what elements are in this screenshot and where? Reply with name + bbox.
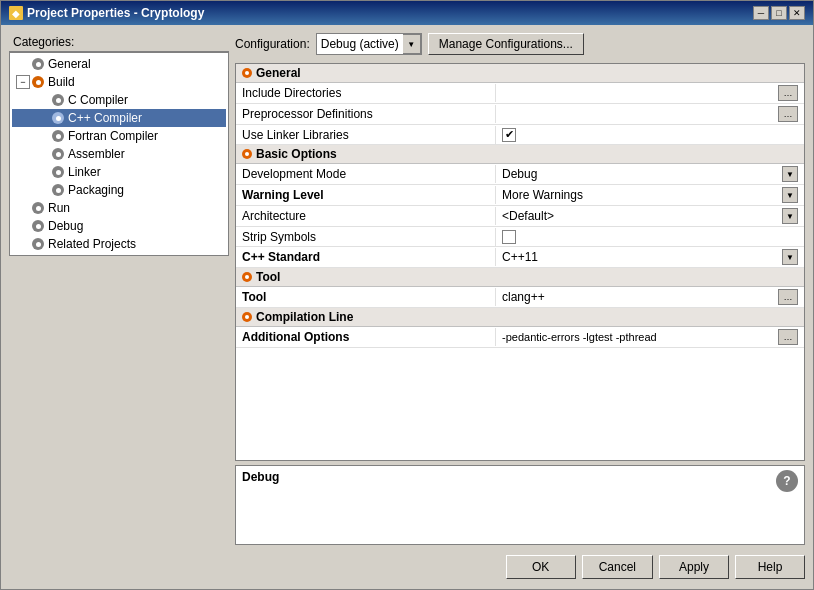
config-select-wrapper: Debug (active) ▼ bbox=[316, 33, 422, 55]
linker-icon bbox=[52, 166, 64, 178]
dialog-content: Categories: General − Buil bbox=[1, 25, 813, 589]
title-bar: ◆ Project Properties - Cryptology ─ □ ✕ bbox=[1, 1, 813, 25]
info-label: Debug bbox=[242, 470, 770, 484]
chevron-down-icon: ▼ bbox=[786, 170, 794, 179]
sidebar-item-general[interactable]: General bbox=[12, 55, 226, 73]
sidebar-item-linker[interactable]: Linker bbox=[12, 163, 226, 181]
table-row: Strip Symbols bbox=[236, 227, 804, 247]
app-icon: ◆ bbox=[9, 6, 23, 20]
right-panel: Configuration: Debug (active) ▼ Manage C… bbox=[235, 33, 805, 545]
dialog-title: Project Properties - Cryptology bbox=[27, 6, 204, 20]
chevron-down-icon: ▼ bbox=[786, 253, 794, 262]
info-panel: Debug ? bbox=[235, 465, 805, 545]
build-icon bbox=[32, 76, 44, 88]
include-directories-browse-button[interactable]: … bbox=[778, 85, 798, 101]
section-general-icon bbox=[242, 68, 252, 78]
run-icon bbox=[32, 202, 44, 214]
main-area: Categories: General − Buil bbox=[9, 33, 805, 545]
table-row: Use Linker Libraries ✔ bbox=[236, 125, 804, 145]
close-button[interactable]: ✕ bbox=[789, 6, 805, 20]
table-row: Tool clang++ … bbox=[236, 287, 804, 308]
sidebar-item-packaging[interactable]: Packaging bbox=[12, 181, 226, 199]
chevron-down-icon: ▼ bbox=[786, 212, 794, 221]
section-compilation-line-icon bbox=[242, 312, 252, 322]
config-row: Configuration: Debug (active) ▼ Manage C… bbox=[235, 33, 805, 55]
sidebar-item-build[interactable]: − Build bbox=[12, 73, 226, 91]
table-row: Architecture <Default> ▼ bbox=[236, 206, 804, 227]
development-mode-dropdown-button[interactable]: ▼ bbox=[782, 166, 798, 182]
title-bar-left: ◆ Project Properties - Cryptology bbox=[9, 6, 204, 20]
info-help-button[interactable]: ? bbox=[776, 470, 798, 492]
minimize-button[interactable]: ─ bbox=[753, 6, 769, 20]
window-controls: ─ □ ✕ bbox=[753, 6, 805, 20]
ok-button[interactable]: OK bbox=[506, 555, 576, 579]
config-select-value: Debug (active) bbox=[317, 35, 403, 53]
table-row: Include Directories … bbox=[236, 83, 804, 104]
table-row: Warning Level More Warnings ▼ bbox=[236, 185, 804, 206]
section-tool-icon bbox=[242, 272, 252, 282]
warning-level-dropdown-button[interactable]: ▼ bbox=[782, 187, 798, 203]
c-compiler-icon bbox=[52, 94, 64, 106]
categories-label: Categories: bbox=[9, 33, 229, 52]
table-row: Additional Options -pedantic-errors -lgt… bbox=[236, 327, 804, 348]
general-icon bbox=[32, 58, 44, 70]
dialog-window: ◆ Project Properties - Cryptology ─ □ ✕ … bbox=[0, 0, 814, 590]
additional-options-browse-button[interactable]: … bbox=[778, 329, 798, 345]
bottom-buttons: OK Cancel Apply Help bbox=[9, 551, 805, 581]
build-expand-btn[interactable]: − bbox=[16, 75, 30, 89]
chevron-down-icon: ▼ bbox=[786, 191, 794, 200]
sidebar-item-related-projects[interactable]: Related Projects bbox=[12, 235, 226, 253]
architecture-dropdown-button[interactable]: ▼ bbox=[782, 208, 798, 224]
table-row: C++ Standard C++11 ▼ bbox=[236, 247, 804, 268]
packaging-icon bbox=[52, 184, 64, 196]
categories-panel: General − Build C Compiler bbox=[9, 52, 229, 256]
preprocessor-definitions-browse-button[interactable]: … bbox=[778, 106, 798, 122]
section-header-compilation-line: Compilation Line bbox=[236, 308, 804, 327]
table-row: Preprocessor Definitions … bbox=[236, 104, 804, 125]
config-label: Configuration: bbox=[235, 37, 310, 51]
apply-button[interactable]: Apply bbox=[659, 555, 729, 579]
sidebar-item-fortran-compiler[interactable]: Fortran Compiler bbox=[12, 127, 226, 145]
cancel-button[interactable]: Cancel bbox=[582, 555, 653, 579]
section-header-basic-options: Basic Options bbox=[236, 145, 804, 164]
strip-symbols-checkbox[interactable] bbox=[502, 230, 516, 244]
chevron-down-icon: ▼ bbox=[407, 40, 415, 49]
section-basic-options-icon bbox=[242, 149, 252, 159]
cpp-compiler-icon bbox=[52, 112, 64, 124]
maximize-button[interactable]: □ bbox=[771, 6, 787, 20]
properties-table: General Include Directories … Preprocess… bbox=[235, 63, 805, 461]
tree: General − Build C Compiler bbox=[10, 53, 228, 255]
section-header-general: General bbox=[236, 64, 804, 83]
sidebar-item-assembler[interactable]: Assembler bbox=[12, 145, 226, 163]
fortran-compiler-icon bbox=[52, 130, 64, 142]
assembler-icon bbox=[52, 148, 64, 160]
config-dropdown-button[interactable]: ▼ bbox=[403, 34, 421, 54]
sidebar-item-run[interactable]: Run bbox=[12, 199, 226, 217]
sidebar-item-c-compiler[interactable]: C Compiler bbox=[12, 91, 226, 109]
use-linker-libraries-checkbox[interactable]: ✔ bbox=[502, 128, 516, 142]
left-panel: Categories: General − Buil bbox=[9, 33, 229, 545]
table-row: Development Mode Debug ▼ bbox=[236, 164, 804, 185]
related-projects-icon bbox=[32, 238, 44, 250]
tool-browse-button[interactable]: … bbox=[778, 289, 798, 305]
help-button[interactable]: Help bbox=[735, 555, 805, 579]
sidebar-item-debug[interactable]: Debug bbox=[12, 217, 226, 235]
debug-icon bbox=[32, 220, 44, 232]
manage-configurations-button[interactable]: Manage Configurations... bbox=[428, 33, 584, 55]
cpp-standard-dropdown-button[interactable]: ▼ bbox=[782, 249, 798, 265]
section-header-tool: Tool bbox=[236, 268, 804, 287]
sidebar-item-cpp-compiler[interactable]: C++ Compiler bbox=[12, 109, 226, 127]
